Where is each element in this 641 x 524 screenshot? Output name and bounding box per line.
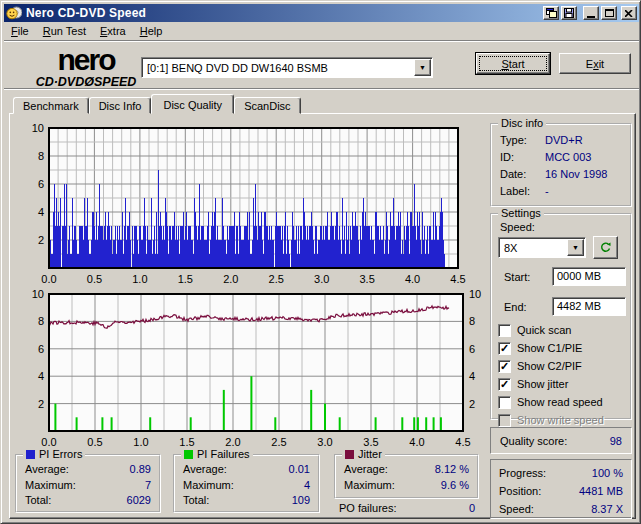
scan-end-label: End: — [504, 301, 527, 313]
nero-logo-text: nero — [28, 45, 144, 75]
nero-logo: nero CD·DVDØSPEED — [28, 44, 144, 89]
cd-dvd-speed-logo-text: CD·DVDØSPEED — [28, 76, 144, 89]
speed-label: Speed: — [500, 221, 535, 233]
disc-info-row: Date:16 Nov 1998 — [492, 166, 630, 183]
checkbox-box[interactable]: ✓ — [498, 378, 511, 391]
drive-selector-value: [0:1] BENQ DVD DD DW1640 BSMB — [142, 62, 414, 74]
progress-row: Progress:100 % — [491, 464, 631, 482]
jitter-legend-swatch — [345, 450, 354, 459]
po-failures-row: PO failures: 0 — [339, 501, 475, 516]
menu-help[interactable]: Help — [133, 23, 170, 39]
pi-errors-panel-title: PI Errors — [23, 448, 85, 460]
checkbox-show-c2-pif[interactable]: ✓Show C2/PIF — [498, 357, 626, 375]
quality-score-value: 98 — [610, 435, 622, 447]
save-button[interactable] — [561, 6, 577, 20]
tab-disc-quality[interactable]: Disc Quality — [151, 94, 234, 114]
stat-row: Maximum:7 — [17, 478, 159, 494]
stat-row: Average:0.89 — [17, 462, 159, 478]
jitter-pif-chart: 0.00.51.01.52.02.53.03.54.04.51086421086… — [11, 284, 491, 448]
checkbox-label: Show jitter — [517, 378, 568, 390]
progress-row: Position:4481 MB — [491, 482, 631, 500]
svg-text:8: 8 — [469, 315, 475, 327]
pi-failures-panel: PI Failures Average:0.01 Maximum:4 Total… — [173, 454, 320, 513]
start-button[interactable]: Start — [476, 53, 550, 74]
svg-text:8: 8 — [38, 315, 44, 327]
pi-errors-panel: PI Errors Average:0.89 Maximum:7 Total:6… — [15, 454, 161, 513]
stat-row: Total:109 — [175, 493, 318, 509]
disc-info-panel: Disc info Type:DVD+R ID:MCC 003 Date:16 … — [490, 123, 632, 207]
quality-score-label: Quality score: — [500, 435, 567, 447]
close-icon — [625, 10, 633, 17]
window-title: Nero CD-DVD Speed — [26, 6, 541, 20]
svg-text:10: 10 — [469, 288, 481, 300]
checkbox-show-c1-pie[interactable]: ✓Show C1/PIE — [498, 339, 626, 357]
svg-text:4.5: 4.5 — [455, 436, 470, 448]
checkbox-show-read-speed[interactable]: Show read speed — [498, 393, 626, 411]
pi-errors-legend-swatch — [26, 450, 35, 459]
svg-text:2: 2 — [38, 398, 44, 410]
menu-file[interactable]: File — [4, 23, 36, 39]
checkbox-quick-scan[interactable]: Quick scan — [498, 321, 626, 339]
disc-info-row: Type:DVD+R — [492, 132, 630, 149]
settings-panel: Settings Speed: 8X ▼ Start: 0000 MB End:… — [490, 213, 632, 420]
svg-text:10: 10 — [32, 122, 44, 134]
svg-text:3.5: 3.5 — [363, 436, 378, 448]
menu-run-test[interactable]: Run Test — [36, 23, 93, 39]
pi-failures-legend-swatch — [184, 450, 193, 459]
refresh-button[interactable] — [593, 236, 618, 259]
maximize-button[interactable] — [601, 6, 617, 20]
disc-info-row: ID:MCC 003 — [492, 149, 630, 166]
stat-row: Average:0.01 — [175, 462, 318, 478]
svg-text:4.0: 4.0 — [409, 436, 424, 448]
svg-text:6: 6 — [38, 178, 44, 190]
refresh-icon — [599, 241, 612, 254]
close-button[interactable] — [621, 6, 637, 20]
exit-button[interactable]: Exit — [559, 53, 631, 74]
maximize-icon — [605, 9, 614, 17]
tab-benchmark[interactable]: Benchmark — [13, 97, 89, 114]
stat-row: Maximum:9.6 % — [336, 478, 477, 494]
tab-strip: BenchmarkDisc InfoDisc QualityScanDisc — [13, 94, 301, 114]
tab-disc-info[interactable]: Disc Info — [89, 97, 152, 114]
header: nero CD·DVDØSPEED [0:1] BENQ DVD DD DW16… — [4, 42, 639, 89]
checkbox-box[interactable]: ✓ — [498, 342, 511, 355]
checkbox-box — [498, 414, 511, 427]
left-y-axis-labels: 108642 — [32, 288, 44, 410]
svg-text:6: 6 — [38, 343, 44, 355]
speed-selector[interactable]: 8X ▼ — [498, 237, 586, 258]
titlebar[interactable]: Nero CD-DVD Speed — [4, 4, 639, 22]
dropdown-arrow-icon[interactable]: ▼ — [414, 59, 431, 76]
settings-title: Settings — [498, 207, 544, 219]
jitter-panel: Jitter Average:8.12 % Maximum:9.6 % — [334, 454, 479, 499]
svg-text:1.0: 1.0 — [133, 436, 148, 448]
disc-info-title: Disc info — [498, 117, 546, 129]
drive-selector[interactable]: [0:1] BENQ DVD DD DW1640 BSMB ▼ — [141, 57, 433, 78]
stat-row: Average:8.12 % — [336, 462, 477, 478]
scan-start-label: Start: — [504, 271, 530, 283]
pi-errors-chart: 0.00.51.01.52.02.53.03.54.04.5108642 — [11, 118, 481, 282]
checkbox-box[interactable] — [498, 396, 511, 409]
scan-end-field[interactable]: 4482 MB — [552, 297, 626, 316]
checkbox-show-jitter[interactable]: ✓Show jitter — [498, 375, 626, 393]
dropdown-arrow-icon[interactable]: ▼ — [567, 239, 584, 256]
scan-start-field[interactable]: 0000 MB — [552, 267, 626, 286]
copy-button[interactable] — [543, 6, 559, 20]
app-window: Nero CD-DVD Speed FileRun TestExtraHelp — [0, 0, 641, 524]
progress-row: Speed:8.37 X — [491, 500, 631, 518]
tab-scandisc[interactable]: ScanDisc — [234, 97, 300, 114]
svg-text:10: 10 — [32, 288, 44, 300]
svg-text:4: 4 — [469, 370, 475, 382]
minimize-button[interactable] — [583, 6, 599, 20]
svg-text:4: 4 — [38, 206, 44, 218]
svg-text:2: 2 — [469, 398, 475, 410]
checkbox-label: Show read speed — [517, 396, 603, 408]
stat-row: Total:6029 — [17, 493, 159, 509]
jitter-panel-title: Jitter — [342, 448, 385, 460]
menu-extra[interactable]: Extra — [93, 23, 133, 39]
checkbox-label: Quick scan — [517, 324, 571, 336]
minimize-icon — [587, 16, 595, 18]
checkbox-box[interactable] — [498, 324, 511, 337]
x-axis-labels: 0.00.51.01.52.02.53.03.54.04.5 — [41, 436, 470, 448]
save-icon — [564, 8, 574, 18]
checkbox-box[interactable]: ✓ — [498, 360, 511, 373]
